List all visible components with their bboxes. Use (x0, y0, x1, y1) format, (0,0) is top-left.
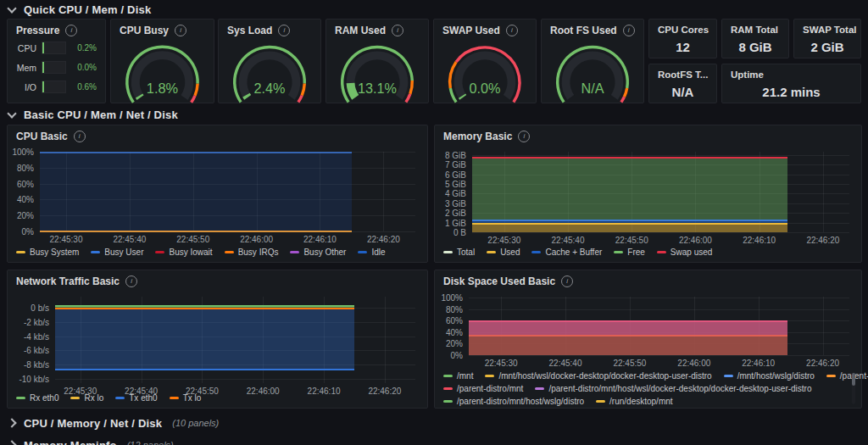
legend-item[interactable]: Rx eth0 (16, 393, 58, 403)
panel-header[interactable]: Network Traffic Basic i (8, 270, 427, 289)
panel-header[interactable]: CPU Basic i (8, 125, 427, 144)
memory-basic-chart[interactable]: 8 GiB7 GiB6 GiB5 GiB4 GiB3 GiB2 GiB1 GiB… (472, 152, 849, 232)
legend-item[interactable]: Cache + Buffer (531, 248, 602, 257)
pressure-bar-gauge (42, 61, 66, 74)
section-title: Basic CPU / Mem / Net / Disk (24, 108, 178, 121)
stat-value: N/A (649, 85, 716, 99)
info-icon[interactable]: i (175, 25, 186, 36)
info-icon[interactable]: i (623, 25, 635, 36)
legend-label: Swap used (670, 248, 712, 257)
legend-item[interactable]: Busy Iowait (155, 248, 212, 257)
pressure-bar-gauge (42, 81, 66, 93)
legend-item[interactable]: Busy IRQs (225, 248, 279, 257)
info-icon[interactable]: i (65, 25, 77, 36)
y-axis-tick-label: 0% (451, 351, 463, 360)
network-traffic-chart[interactable]: 0 b/s-2 kb/s-4 kb/s-6 kb/s-8 kb/s-10 kb/… (55, 297, 415, 383)
legend-swatch (826, 375, 836, 378)
gridline-horizontal (469, 298, 849, 298)
legend-item[interactable]: Swap used (657, 248, 712, 257)
legend-item[interactable]: /parent-distro/mnt/host/wslg/distro (443, 397, 584, 406)
panel-swap-total: SWAP Total 2 GiB (793, 19, 861, 58)
pressure-label: CPU (13, 43, 36, 53)
panel-cpu-basic: CPU Basic i 100%80%60%40%20%0%22:45:3022… (7, 125, 428, 263)
panel-header[interactable]: CPU Cores (649, 19, 716, 36)
legend-item[interactable]: Total (443, 248, 475, 257)
legend-item[interactable]: /mnt/host/wsl/docker-desktop/docker-desk… (485, 371, 711, 381)
stat-value: 12 (649, 40, 716, 54)
legend-item[interactable]: /parent-distro/mnt/host/wsl/docker-deskt… (535, 384, 811, 393)
disk-space-chart[interactable]: 100%80%60%40%20%0%22:45:3022:45:4022:45:… (469, 297, 849, 355)
info-icon[interactable]: i (392, 25, 403, 36)
stat-value: 21.2 mins (722, 85, 860, 99)
info-icon[interactable]: i (561, 275, 573, 287)
legend-item[interactable]: /parent-distro/mnt (443, 384, 523, 393)
y-axis-tick-label: 20% (446, 339, 463, 348)
x-axis-tick-label: 22:45:50 (613, 359, 646, 368)
panel-header[interactable]: SWAP Total (794, 19, 860, 36)
legend-label: /parent-distro/mnt/host/wslg/distro (457, 397, 584, 406)
gridline-vertical (383, 152, 384, 231)
gauge-arc: 2.4% (219, 38, 320, 104)
panel-header[interactable]: Memory Basic i (435, 125, 861, 144)
section-header-basic[interactable]: Basic CPU / Mem / Net / Disk (7, 107, 178, 122)
legend-item[interactable]: Used (487, 248, 520, 257)
panel-header[interactable]: Sys Load i (219, 19, 320, 38)
panel-header[interactable]: RAM Total (722, 19, 788, 36)
info-icon[interactable]: i (74, 131, 86, 142)
panel-header[interactable]: Disk Space Used Basic i (435, 270, 861, 289)
panel-header[interactable]: Root FS Used i (542, 19, 643, 38)
legend-swatch (290, 251, 299, 254)
section-header-cpu-memory-net-disk[interactable]: CPU / Memory / Net / Disk (10 panels) (7, 415, 219, 431)
legend-item[interactable]: Busy User (91, 248, 143, 257)
legend-label: Tx lo (183, 393, 202, 403)
legend-item[interactable]: Idle (358, 248, 385, 257)
legend-scrollbar-thumb[interactable] (852, 373, 855, 386)
panel-header[interactable]: CPU Busy i (111, 19, 214, 38)
legend-label: Cache + Buffer (545, 248, 602, 257)
pressure-value: 0.2% (71, 43, 97, 53)
info-icon[interactable]: i (278, 25, 290, 36)
legend-row: Busy SystemBusy UserBusy IowaitBusy IRQs… (16, 248, 386, 257)
panel-ram-total: RAM Total 8 GiB (721, 19, 789, 58)
y-axis-tick-label: -10 kb/s (19, 375, 49, 384)
section-header-quick[interactable]: Quick CPU / Mem / Disk (7, 2, 151, 17)
stat-value: 2 GiB (794, 40, 860, 54)
legend-item[interactable]: Busy System (16, 248, 79, 257)
legend-item[interactable]: Tx eth0 (115, 393, 157, 403)
y-axis-tick-label: 1 GiB (445, 218, 466, 227)
x-axis-tick-label: 22:45:50 (176, 235, 209, 244)
series-area (472, 223, 787, 232)
info-icon[interactable]: i (518, 131, 530, 142)
legend-item[interactable]: /mnt (443, 371, 473, 381)
legend-item[interactable]: /parent-distro (826, 371, 868, 381)
panel-header[interactable]: SWAP Used i (434, 19, 536, 38)
info-icon[interactable]: i (125, 275, 137, 287)
section-header-memory-meminfo[interactable]: Memory Meminfo (12 panels) (7, 437, 174, 445)
panel-title: CPU Basic (16, 131, 68, 142)
cpu-basic-chart[interactable]: 100%80%60%40%20%0%22:45:3022:45:4022:45:… (40, 152, 415, 231)
x-axis-tick-label: 22:45:50 (615, 236, 648, 245)
legend-item[interactable]: Free (614, 248, 645, 257)
stat-value: 8 GiB (722, 40, 788, 54)
x-axis-tick-label: 22:45:30 (50, 235, 83, 244)
legend-item[interactable]: Tx lo (170, 393, 202, 403)
legend-swatch (487, 251, 496, 254)
series-area (40, 231, 352, 232)
legend-item[interactable]: Rx lo (70, 393, 103, 403)
panel-header[interactable]: RootFS T... (649, 64, 716, 81)
section-panel-count: (12 panels) (127, 440, 174, 445)
series-area (40, 152, 352, 231)
info-icon[interactable]: i (506, 25, 518, 36)
legend-item[interactable]: /mnt/host/wslg/distro (724, 371, 815, 381)
panel-header[interactable]: Uptime (722, 64, 860, 81)
panel-header[interactable]: RAM Used i (326, 19, 428, 38)
y-axis-tick-label: 40% (17, 195, 34, 204)
grafana-dashboard: Quick CPU / Mem / Disk Pressure i CPU 0.… (0, 0, 868, 445)
legend-scrollbar[interactable] (852, 372, 855, 404)
legend-label: Tx eth0 (129, 393, 157, 403)
panel-title: SWAP Used (442, 25, 500, 36)
y-axis-tick-label: 3 GiB (445, 198, 466, 208)
panel-header[interactable]: Pressure i (8, 19, 105, 38)
legend-item[interactable]: Busy Other (290, 248, 346, 257)
legend-item[interactable]: /run/desktop/mnt (596, 397, 672, 406)
